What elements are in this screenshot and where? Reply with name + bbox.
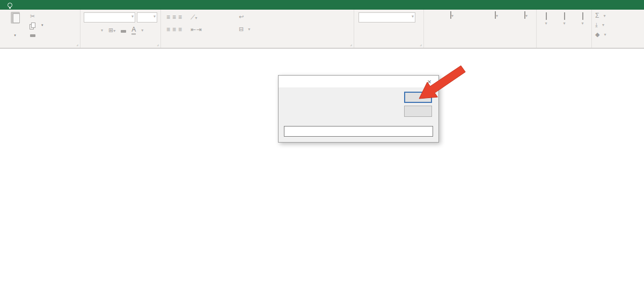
ribbon: ▾ ✂ ▾ ⌟ ▾ ⊞▾ А▾ ⌟ ≡≡≡ ⟋▾ ≡≡≡ ⇤⇥ bbox=[0, 10, 644, 49]
indent-icons[interactable]: ⇤⇥ bbox=[191, 26, 202, 33]
orientation-button[interactable]: ⟋▾ bbox=[191, 13, 197, 21]
format-painter-button[interactable] bbox=[30, 32, 38, 37]
clipboard-dialog-launcher[interactable]: ⌟ bbox=[76, 42, 78, 47]
excel-window: { "topbar": { "tabs": ["Файл","Главная",… bbox=[0, 0, 644, 290]
cut-button[interactable]: ✂ bbox=[30, 13, 37, 20]
format-cells-button[interactable]: ▾ bbox=[574, 13, 591, 26]
delete-cells-icon bbox=[564, 12, 565, 20]
font-size-select[interactable] bbox=[137, 12, 157, 23]
paste-clipboard-icon bbox=[11, 12, 20, 24]
scissors-icon: ✂ bbox=[30, 13, 35, 20]
input-dialog: × bbox=[278, 75, 439, 143]
tell-me-box[interactable] bbox=[0, 0, 15, 10]
format-cells-icon bbox=[582, 12, 583, 20]
dialog-close-icon[interactable]: × bbox=[425, 78, 434, 86]
insert-cells-icon bbox=[546, 12, 547, 20]
wrap-text-icon: ↩ bbox=[239, 13, 244, 20]
lightbulb-icon bbox=[8, 3, 12, 8]
format-painter-icon bbox=[30, 34, 35, 37]
font-dialog-launcher[interactable]: ⌟ bbox=[157, 42, 159, 47]
dialog-text-input[interactable] bbox=[284, 126, 433, 137]
alignment-dialog-launcher[interactable]: ⌟ bbox=[350, 42, 352, 47]
merge-center-icon: ⊟ bbox=[239, 26, 244, 33]
align-left-icon[interactable]: ≡≡≡ bbox=[166, 26, 184, 33]
ribbon-tab-bar bbox=[0, 0, 644, 10]
fill-color-button[interactable] bbox=[121, 30, 126, 33]
dialog-ok-button[interactable] bbox=[404, 92, 432, 103]
autosum-button[interactable]: Σ▾ bbox=[595, 12, 605, 19]
merge-center-button[interactable]: ⊟▾ bbox=[239, 26, 250, 33]
eraser-icon: ◆ bbox=[595, 31, 599, 38]
paste-button[interactable]: ▾ bbox=[2, 12, 28, 38]
insert-cells-button[interactable]: ▾ bbox=[537, 13, 555, 26]
font-color-button[interactable]: А bbox=[131, 26, 136, 35]
copy-icon bbox=[31, 23, 35, 28]
number-dialog-launcher[interactable]: ⌟ bbox=[420, 42, 422, 47]
copy-button[interactable]: ▾ bbox=[30, 23, 43, 28]
number-format-select[interactable] bbox=[358, 12, 415, 23]
fill-button[interactable]: ⤓▾ bbox=[595, 21, 604, 28]
conditional-formatting-button[interactable]: ▾ bbox=[427, 12, 477, 19]
font-name-select[interactable] bbox=[84, 12, 135, 23]
sigma-icon: Σ bbox=[595, 12, 599, 19]
align-top-icon[interactable]: ≡≡≡ bbox=[166, 13, 184, 21]
dialog-title-bar[interactable]: × bbox=[279, 76, 438, 87]
delete-cells-button[interactable]: ▾ bbox=[555, 13, 573, 26]
clear-button[interactable]: ◆▾ bbox=[595, 31, 606, 38]
dialog-cancel-button[interactable] bbox=[404, 106, 432, 117]
borders-button[interactable]: ⊞▾ bbox=[108, 27, 115, 34]
wrap-text-button[interactable]: ↩ bbox=[239, 13, 246, 20]
cell-styles-button[interactable]: ▾ bbox=[516, 12, 536, 19]
fill-down-icon: ⤓ bbox=[595, 21, 598, 28]
format-as-table-button[interactable]: ▾ bbox=[478, 12, 515, 19]
